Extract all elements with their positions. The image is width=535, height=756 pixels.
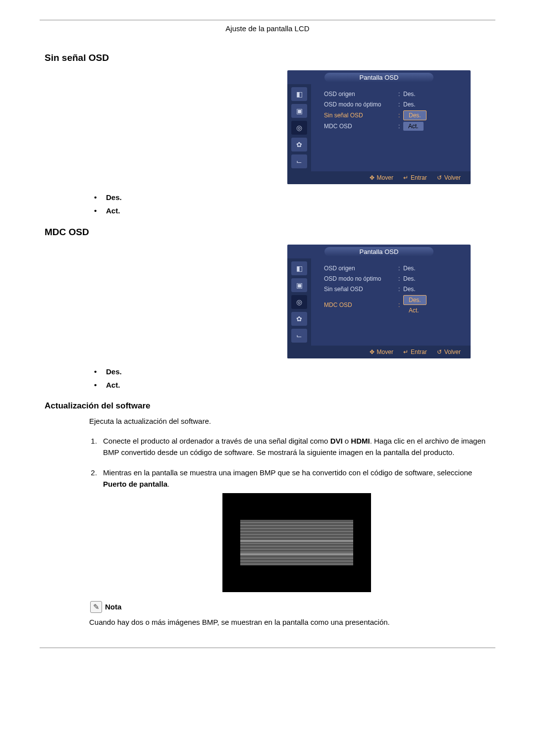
- heading-actualizacion-software: Actualización del software: [45, 401, 490, 411]
- osd-icon-picture[interactable]: ▣: [291, 104, 307, 118]
- heading-mdc-osd: MDC OSD: [45, 227, 490, 238]
- osd-menu: OSD origen : Des. OSD modo no óptimo : D…: [311, 258, 471, 346]
- osd-row-sin-senal[interactable]: Sin señal OSD : Des.: [324, 285, 464, 294]
- osd-footer-entrar: ↵Entrar: [403, 174, 427, 181]
- osd-icon-osd[interactable]: ◎: [291, 121, 307, 135]
- note-label: Nota: [105, 603, 121, 611]
- return-icon: ↺: [437, 349, 442, 355]
- bullet-list-sin-senal: Des. Act.: [45, 193, 490, 215]
- osd-icon-setup[interactable]: ✿: [291, 312, 307, 326]
- osd-title: Pantalla OSD: [324, 73, 433, 82]
- heading-sin-senal-osd: Sin señal OSD: [45, 52, 490, 63]
- bullet-list-mdc: Des. Act.: [45, 367, 490, 389]
- enter-icon: ↵: [403, 174, 408, 181]
- software-steps: Conecte el producto al ordenador a travé…: [45, 435, 490, 592]
- bullet-act: Act.: [94, 381, 490, 389]
- software-screen-image: [222, 493, 371, 592]
- divider-bottom: [40, 648, 495, 648]
- bullet-des: Des.: [94, 367, 490, 376]
- osd-icon-column: ◧ ▣ ◎ ✿ ⌙: [287, 258, 311, 346]
- osd-footer-volver: ↺Volver: [437, 174, 461, 181]
- osd-footer-entrar: ↵Entrar: [403, 349, 427, 355]
- osd-icon-input[interactable]: ◧: [291, 261, 307, 275]
- osd-row-modo[interactable]: OSD modo no óptimo : Des.: [324, 274, 464, 283]
- osd-menu: OSD origen : Des. OSD modo no óptimo : D…: [311, 84, 471, 171]
- osd-footer-mover: ✥Mover: [370, 174, 393, 181]
- osd-row-origen[interactable]: OSD origen : Des.: [324, 90, 464, 99]
- osd-footer: ✥Mover ↵Entrar ↺Volver: [287, 171, 471, 184]
- osd-icon-multi[interactable]: ⌙: [291, 329, 307, 343]
- page-header: Ajuste de la pantalla LCD: [40, 24, 495, 33]
- move-icon: ✥: [370, 174, 374, 181]
- return-icon: ↺: [437, 174, 442, 181]
- step-1: Conecte el producto al ordenador a travé…: [99, 435, 490, 458]
- osd-row-mdc[interactable]: MDC OSD : Act.: [324, 122, 464, 131]
- software-intro: Ejecuta la actualización del software.: [45, 416, 490, 427]
- osd-icon-input[interactable]: ◧: [291, 87, 307, 101]
- osd-row-mdc[interactable]: MDC OSD : Des. Act.: [324, 295, 464, 315]
- note-icon: ✎: [90, 601, 102, 613]
- osd-row-origen[interactable]: OSD origen : Des.: [324, 264, 464, 273]
- osd-icon-setup[interactable]: ✿: [291, 138, 307, 151]
- osd-icon-picture[interactable]: ▣: [291, 278, 307, 292]
- page: Ajuste de la pantalla LCD Sin señal OSD …: [40, 0, 495, 678]
- move-icon: ✥: [370, 349, 374, 355]
- osd-footer: ✥Mover ↵Entrar ↺Volver: [287, 346, 471, 358]
- step-2: Mientras en la pantalla se muestra una i…: [99, 467, 490, 592]
- osd-footer-volver: ↺Volver: [437, 349, 461, 355]
- osd-row-sin-senal[interactable]: Sin señal OSD : Des.: [324, 110, 464, 120]
- enter-icon: ↵: [403, 349, 408, 355]
- osd-icon-column: ◧ ▣ ◎ ✿ ⌙: [287, 84, 311, 171]
- note-text: Cuando hay dos o más imágenes BMP, se mu…: [45, 617, 490, 628]
- osd-title: Pantalla OSD: [324, 247, 433, 256]
- divider-top: [40, 20, 495, 20]
- bullet-act: Act.: [94, 206, 490, 215]
- bullet-des: Des.: [94, 193, 490, 202]
- osd-panel-sin-senal: Pantalla OSD ◧ ▣ ◎ ✿ ⌙ OSD origen : Des.: [287, 70, 471, 184]
- osd-footer-mover: ✥Mover: [370, 349, 393, 355]
- osd-icon-osd[interactable]: ◎: [291, 295, 307, 309]
- osd-icon-multi[interactable]: ⌙: [291, 154, 307, 168]
- osd-row-modo[interactable]: OSD modo no óptimo : Des.: [324, 100, 464, 109]
- osd-panel-mdc: Pantalla OSD ◧ ▣ ◎ ✿ ⌙ OSD origen : Des.: [287, 245, 471, 358]
